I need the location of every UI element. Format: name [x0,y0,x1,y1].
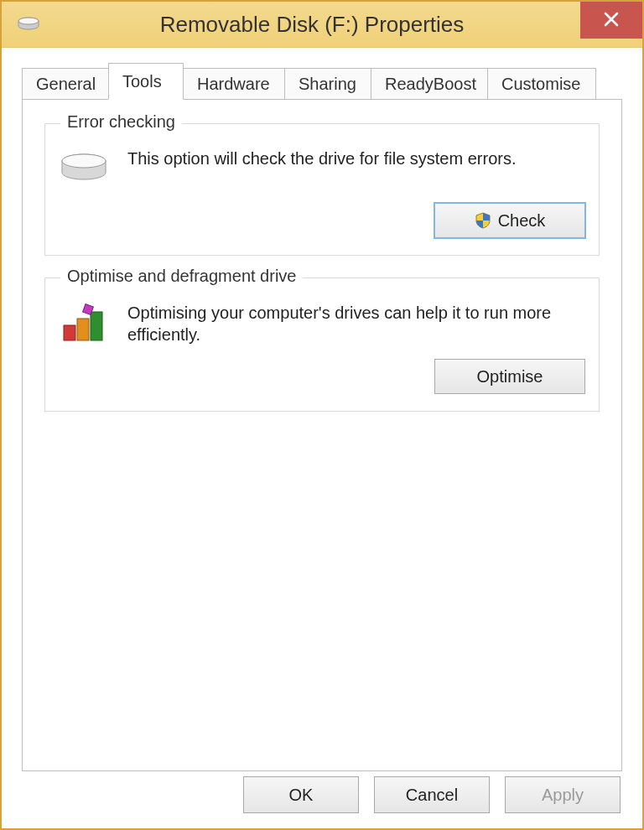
close-icon [604,8,619,32]
drive-icon [17,16,40,33]
client-area: General Tools Hardware Sharing ReadyBoos… [2,48,642,786]
group-error-desc: This option will check the drive for fil… [127,148,585,169]
drive-check-icon [59,149,109,189]
dialog-footer: OK Cancel Apply [243,776,621,813]
tab-customise[interactable]: Customise [487,68,596,100]
cancel-button[interactable]: Cancel [374,776,490,813]
tab-strip: General Tools Hardware Sharing ReadyBoos… [22,63,622,100]
tab-general[interactable]: General [22,68,109,100]
check-button-label: Check [498,211,546,231]
svg-point-1 [18,18,39,24]
defrag-icon [59,303,109,344]
svg-rect-6 [91,312,102,340]
group-defragment-desc: Optimising your computer's drives can he… [127,302,585,345]
ok-button[interactable]: OK [243,776,359,813]
uac-shield-icon [475,212,491,229]
group-error-legend: Error checking [60,112,182,132]
optimise-button-label: Optimise [477,367,543,386]
svg-rect-5 [77,319,89,340]
optimise-button[interactable]: Optimise [434,359,585,394]
group-error-checking: Error checking This option will check th… [44,123,600,256]
window-title: Removable Disk (F:) Properties [52,12,580,38]
properties-window: Removable Disk (F:) Properties General T… [0,0,644,830]
close-button[interactable] [580,2,642,39]
title-bar[interactable]: Removable Disk (F:) Properties [2,2,642,48]
group-defragment: Optimise and defragment drive Optimising… [44,278,600,412]
group-defragment-legend: Optimise and defragment drive [60,267,303,286]
tab-tools[interactable]: Tools [108,63,184,100]
tab-readyboost[interactable]: ReadyBoost [371,68,488,100]
tab-sharing[interactable]: Sharing [284,68,371,100]
check-button[interactable]: Check [434,203,585,238]
svg-rect-4 [64,325,75,340]
tab-hardware[interactable]: Hardware [183,68,285,100]
svg-point-3 [62,154,106,168]
tab-panel-tools: Error checking This option will check th… [22,99,622,771]
apply-button[interactable]: Apply [505,776,621,813]
